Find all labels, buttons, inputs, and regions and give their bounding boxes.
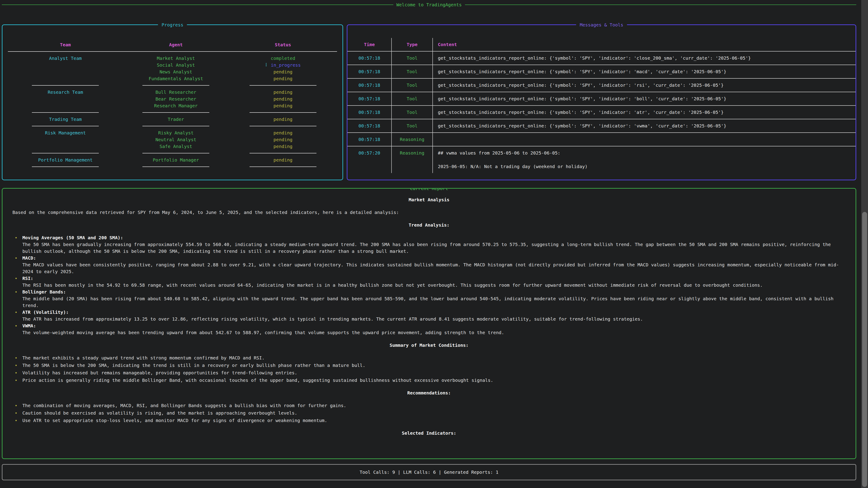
message-content: get_stockstats_indicators_report_online:… bbox=[433, 65, 856, 78]
progress-table: Team Agent Status Analyst Team Market An… bbox=[2, 41, 342, 170]
status-badge: pending bbox=[223, 102, 342, 109]
report-body: Market Analysis Based on the comprehensi… bbox=[2, 189, 856, 436]
team-label: Portfolio Management bbox=[2, 157, 128, 163]
section-heading: Summary of Market Conditions: bbox=[12, 342, 846, 349]
message-row: 00:57:18 Tool get_stockstats_indicators_… bbox=[347, 52, 856, 65]
status-badge: pending bbox=[223, 89, 342, 96]
column-header-status: Status bbox=[223, 41, 342, 48]
agent-label: Bull Researcher bbox=[128, 89, 223, 96]
footer-stats: Tool Calls: 9 | LLM Calls: 6 | Generated… bbox=[360, 469, 498, 476]
status-badge: ⠇in_progress bbox=[223, 62, 342, 68]
progress-panel: Progress Team Agent Status Analyst Team … bbox=[2, 24, 343, 180]
messages-panel: Messages & Tools Time Type Content 00:57… bbox=[347, 24, 856, 180]
column-header-content: Content bbox=[433, 38, 856, 52]
message-type: Reasoning bbox=[392, 133, 433, 147]
team-group: Risk Management Risky Analyst Neutral An… bbox=[2, 129, 342, 150]
bullet-item: The combination of moving averages, MACD… bbox=[12, 402, 846, 409]
team-separator bbox=[2, 82, 342, 89]
message-row: 00:57:18 Tool get_stockstats_indicators_… bbox=[347, 78, 856, 92]
progress-panel-title: Progress bbox=[158, 22, 187, 28]
status-badge: pending bbox=[223, 68, 342, 75]
column-header-team: Team bbox=[2, 41, 128, 48]
status-badge: pending bbox=[223, 157, 342, 163]
bullet-item: Caution should be exercised as volatilit… bbox=[12, 410, 846, 416]
bullet-item: MACD: The MACD values have been consiste… bbox=[12, 255, 846, 275]
agent-label: Bear Researcher bbox=[128, 96, 223, 102]
bullet-label: MACD: bbox=[22, 255, 846, 261]
status-badge: completed bbox=[223, 55, 342, 62]
message-type: Tool bbox=[392, 52, 433, 65]
team-separator bbox=[2, 123, 342, 129]
header-separator bbox=[2, 48, 342, 55]
welcome-rule: Welcome to TradingAgents bbox=[2, 1, 856, 8]
message-type: Tool bbox=[392, 78, 433, 92]
message-time: 00:57:18 bbox=[347, 92, 392, 106]
bullet-item: RSI: The RSI has been mostly in the 54.9… bbox=[12, 275, 846, 289]
report-bullet-list: Moving Averages (50 SMA and 200 SMA): Th… bbox=[12, 234, 846, 336]
terminal-app: Welcome to TradingAgents Progress Team A… bbox=[2, 1, 856, 480]
scrollbar-track[interactable] bbox=[861, 0, 868, 488]
team-separator bbox=[2, 150, 342, 157]
status-badge: pending bbox=[223, 136, 342, 143]
status-badge: pending bbox=[223, 96, 342, 102]
message-type: Tool bbox=[392, 119, 433, 133]
section-heading: Recommendations: bbox=[12, 390, 846, 396]
message-content: get_stockstats_indicators_report_online:… bbox=[433, 119, 856, 133]
message-time: 00:57:20 bbox=[347, 147, 392, 173]
scrollbar-thumb[interactable] bbox=[862, 212, 867, 487]
message-time: 00:57:18 bbox=[347, 65, 392, 78]
message-content: get_stockstats_indicators_report_online:… bbox=[433, 52, 856, 65]
bullet-label: VWMA: bbox=[22, 322, 846, 329]
team-label: Research Team bbox=[2, 89, 128, 109]
agent-label: Safe Analyst bbox=[128, 143, 223, 150]
bullet-item: The market exhibits a steady upward tren… bbox=[12, 355, 846, 361]
bullet-text: The middle band (20 SMA) has been rising… bbox=[22, 295, 846, 309]
team-label: Analyst Team bbox=[2, 55, 128, 82]
team-group: Portfolio Management Portfolio Manager p… bbox=[2, 157, 342, 163]
message-content-line: 2025-06-05: N/A: Not a trading day (week… bbox=[438, 163, 852, 170]
footer-bar: Tool Calls: 9 | LLM Calls: 6 | Generated… bbox=[2, 464, 856, 480]
bullet-item: Volatility has increased but remains man… bbox=[12, 369, 846, 376]
message-time: 00:57:18 bbox=[347, 78, 392, 92]
message-type: Tool bbox=[392, 65, 433, 78]
message-row: 00:57:18 Tool get_stockstats_indicators_… bbox=[347, 119, 856, 133]
messages-table: Time Type Content 00:57:18 Tool get_stoc… bbox=[347, 38, 856, 173]
agent-label: Research Manager bbox=[128, 102, 223, 109]
bullet-item: VWMA: The volume-weighted moving average… bbox=[12, 322, 846, 336]
message-row: 00:57:18 Tool get_stockstats_indicators_… bbox=[347, 92, 856, 106]
agent-label: Trader bbox=[128, 116, 223, 123]
status-badge: pending bbox=[223, 129, 342, 136]
report-bullet-list: The market exhibits a steady upward tren… bbox=[12, 355, 846, 384]
report-intro: Based on the comprehensive data retrieve… bbox=[12, 209, 846, 216]
team-separator bbox=[2, 163, 342, 170]
status-badge: pending bbox=[223, 143, 342, 150]
column-header-type: Type bbox=[392, 38, 433, 52]
message-time: 00:57:18 bbox=[347, 133, 392, 147]
message-content-line: ## vwma values from 2025-05-06 to 2025-0… bbox=[438, 150, 852, 156]
message-row: 00:57:20 Reasoning ## vwma values from 2… bbox=[347, 147, 856, 173]
message-type: Tool bbox=[392, 92, 433, 106]
column-header-time: Time bbox=[347, 38, 392, 52]
welcome-title: Welcome to TradingAgents bbox=[397, 1, 462, 8]
report-bullet-list: The combination of moving averages, MACD… bbox=[12, 402, 846, 424]
spinner-icon: ⠇ bbox=[265, 62, 269, 68]
bullet-label: Bollinger Bands: bbox=[22, 289, 846, 295]
message-content: get_stockstats_indicators_report_online:… bbox=[433, 78, 856, 92]
team-label: Trading Team bbox=[2, 116, 128, 123]
agent-label: Neutral Analyst bbox=[128, 136, 223, 143]
bullet-label: Moving Averages (50 SMA and 200 SMA): bbox=[22, 234, 846, 241]
bullet-text: The RSI has been mostly in the 54.92 to … bbox=[22, 282, 846, 289]
message-row: 00:57:18 Tool get_stockstats_indicators_… bbox=[347, 65, 856, 78]
bullet-item: Price action is generally riding the mid… bbox=[12, 377, 846, 384]
message-time: 00:57:18 bbox=[347, 52, 392, 65]
message-content: ## vwma values from 2025-05-06 to 2025-0… bbox=[433, 147, 856, 173]
agent-label: Portfolio Manager bbox=[128, 157, 223, 163]
team-label: Risk Management bbox=[2, 129, 128, 150]
bullet-label: ATR (Volatility): bbox=[22, 309, 846, 316]
message-content: get_stockstats_indicators_report_online:… bbox=[433, 92, 856, 106]
bullet-item: ATR (Volatility): The ATR has increased … bbox=[12, 309, 846, 322]
message-content bbox=[433, 133, 856, 147]
bullet-text: The MACD values have been consistently p… bbox=[22, 261, 846, 275]
agent-label: Risky Analyst bbox=[128, 129, 223, 136]
report-heading: Market Analysis bbox=[12, 196, 846, 203]
